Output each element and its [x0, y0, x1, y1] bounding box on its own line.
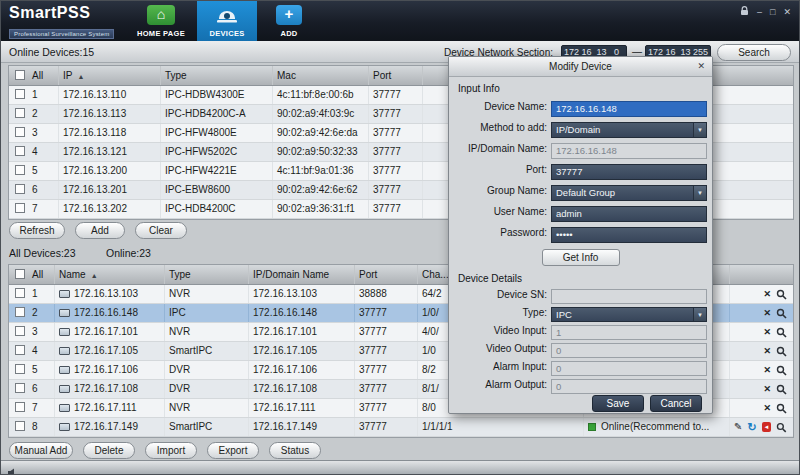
group-name-select[interactable]: Default Group ▼	[551, 185, 707, 201]
add-button[interactable]: Add	[75, 222, 125, 239]
row-checkbox[interactable]	[15, 165, 25, 175]
cell-ip: 172.16.13.110	[59, 86, 161, 104]
row-checkbox[interactable]	[15, 203, 25, 213]
method-to-add-select[interactable]: IP/Domain ▼	[551, 122, 707, 138]
header-all[interactable]: All	[9, 265, 55, 284]
config-search-icon[interactable]	[776, 327, 787, 338]
row-checkbox[interactable]	[15, 383, 25, 393]
row-checkbox[interactable]	[15, 89, 25, 99]
status-button[interactable]: Status	[269, 442, 321, 459]
video-input-field: 1	[551, 325, 707, 340]
row-number: 7	[32, 203, 38, 214]
config-search-icon[interactable]	[776, 365, 787, 376]
alarm-input-field: 0	[551, 361, 707, 376]
header-operation	[730, 265, 793, 284]
row-checkbox[interactable]	[15, 146, 25, 156]
cell-name: 172.16.17.105	[74, 345, 138, 356]
row-checkbox[interactable]	[15, 364, 25, 374]
delete-icon[interactable]: ✕	[763, 361, 771, 379]
password-input[interactable]: •••••	[551, 227, 707, 243]
maximize-button[interactable]: □	[770, 7, 775, 17]
delete-icon[interactable]: ✕	[763, 380, 771, 398]
user-name-input[interactable]: admin	[551, 206, 707, 222]
row-checkbox[interactable]	[15, 326, 25, 336]
config-search-icon[interactable]	[776, 289, 787, 300]
cell-ip: 172.16.13.121	[59, 143, 161, 161]
row-checkbox[interactable]	[15, 127, 25, 137]
delete-icon[interactable]: ✕	[763, 342, 771, 360]
cell-type: NVR	[165, 399, 249, 417]
tab-home-page[interactable]: ⌂ HOME PAGE	[129, 1, 193, 41]
alarm-icon[interactable]	[7, 463, 17, 475]
minimize-button[interactable]: –	[757, 7, 762, 17]
cell-type: IPC-HDB4200C	[161, 200, 273, 218]
get-info-button[interactable]: Get Info	[542, 249, 620, 266]
app-subtitle: Professional Surveillance System	[9, 29, 114, 39]
header-port[interactable]: Port	[355, 265, 418, 284]
window-controls: – □ ✕	[740, 6, 791, 18]
sort-asc-icon: ▲	[77, 73, 84, 80]
device-icon	[59, 423, 70, 431]
delete-icon[interactable]: ✕	[763, 304, 771, 322]
select-all-checkbox[interactable]	[15, 269, 25, 279]
cancel-button[interactable]: Cancel	[650, 395, 702, 412]
lock-icon[interactable]	[740, 6, 749, 18]
row-checkbox[interactable]	[15, 288, 25, 298]
delete-icon[interactable]: ✕	[763, 285, 771, 303]
tab-devices[interactable]: DEVICES	[197, 1, 257, 41]
header-ip[interactable]: IP▲	[59, 66, 161, 85]
dialog-close-icon[interactable]: ✕	[697, 61, 705, 71]
header-type[interactable]: Type	[161, 66, 273, 85]
method-to-add-label: Method to add:	[457, 122, 547, 133]
search-button[interactable]: Search	[717, 44, 791, 61]
alarm-output-label: Alarm Output:	[457, 379, 547, 390]
config-search-icon[interactable]	[776, 346, 787, 357]
cell-type: SmartIPC	[165, 418, 249, 436]
config-search-icon[interactable]	[776, 384, 787, 395]
cell-port: 37777	[355, 304, 418, 322]
tab-add[interactable]: + ADD	[261, 1, 317, 41]
manual-add-button[interactable]: Manual Add	[9, 442, 73, 459]
clear-button[interactable]: Clear	[135, 222, 187, 239]
row-checkbox[interactable]	[15, 421, 25, 431]
delete-icon[interactable]: ✕	[763, 399, 771, 417]
header-mac[interactable]: Mac	[273, 66, 369, 85]
edit-icon[interactable]: ✎	[734, 418, 742, 436]
header-name[interactable]: Name▲	[55, 265, 165, 284]
refresh-icon[interactable]: ↻	[747, 418, 756, 436]
cell-port: 37777	[369, 124, 423, 142]
cell-name: 172.16.13.103	[74, 288, 138, 299]
config-search-icon[interactable]	[776, 403, 787, 414]
row-checkbox[interactable]	[15, 307, 25, 317]
header-port[interactable]: Port	[369, 66, 423, 85]
row-checkbox[interactable]	[15, 184, 25, 194]
config-search-icon[interactable]	[776, 422, 787, 433]
header-type[interactable]: Type	[165, 265, 249, 284]
config-search-icon[interactable]	[776, 308, 787, 319]
online-status-icon	[588, 423, 596, 431]
row-checkbox[interactable]	[15, 402, 25, 412]
row-checkbox[interactable]	[15, 108, 25, 118]
table-row[interactable]: 8 172.16.17.149 SmartIPC 172.16.17.149 3…	[9, 418, 793, 437]
refresh-button[interactable]: Refresh	[9, 222, 65, 239]
header-all[interactable]: All	[9, 66, 59, 85]
logout-icon[interactable]: ◄	[762, 422, 772, 432]
row-checkbox[interactable]	[15, 345, 25, 355]
save-button[interactable]: Save	[592, 395, 644, 412]
port-input[interactable]: 37777	[551, 164, 707, 180]
delete-button[interactable]: Delete	[83, 442, 135, 459]
row-number: 7	[32, 402, 38, 413]
export-button[interactable]: Export	[207, 442, 259, 459]
device-name-input[interactable]: 172.16.16.148	[551, 101, 707, 117]
import-button[interactable]: Import	[145, 442, 197, 459]
chevron-down-icon[interactable]: ▼	[693, 186, 706, 200]
delete-icon[interactable]: ✕	[763, 323, 771, 341]
chevron-down-icon[interactable]: ▼	[693, 308, 706, 321]
close-button[interactable]: ✕	[783, 7, 791, 17]
chevron-down-icon[interactable]: ▼	[693, 123, 706, 137]
type-select[interactable]: IPC ▼	[551, 307, 707, 322]
select-all-checkbox[interactable]	[15, 70, 25, 80]
header-ip-domain[interactable]: IP/Domain Name	[249, 265, 355, 284]
video-output-label: Video Output:	[457, 343, 547, 354]
row-number: 1	[32, 89, 38, 100]
